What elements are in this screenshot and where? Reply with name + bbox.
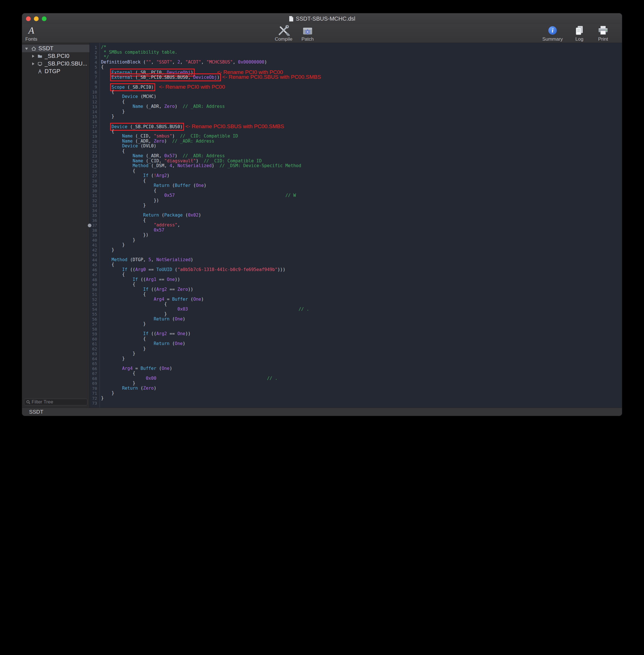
filter-field[interactable] [24, 399, 88, 405]
code-line[interactable]: 61 Return (One) [90, 341, 622, 346]
code-line[interactable]: 56 Return (One) [90, 317, 622, 322]
code-token: ) [169, 366, 172, 371]
code-token: { [101, 178, 146, 183]
code-token: Buffer [172, 297, 188, 302]
fonts-button[interactable]: A Fonts [23, 25, 40, 42]
code-line[interactable]: 34 [90, 208, 622, 213]
code-line[interactable]: 54 0x03 // . [90, 307, 622, 312]
code-line[interactable]: 37 "address", [90, 223, 622, 228]
code-line[interactable]: 68 0x00 // . [90, 376, 622, 381]
code-token: Arg2 [156, 331, 167, 336]
code-line[interactable]: 38 0x57 [90, 228, 622, 233]
code-line[interactable]: 51 { [90, 292, 622, 297]
code-line[interactable]: 47 { [90, 272, 622, 277]
code-line[interactable]: 35 Return (Package (0x02) [90, 213, 622, 218]
code-line[interactable]: 23 Name (_ADR, 0x57) // _ADR: Address [90, 154, 622, 159]
code-line[interactable]: 6 External (_SB_.PCI0, DeviceObj) <- Ren… [90, 70, 622, 75]
code-line[interactable]: 14 } [90, 109, 622, 114]
code-line[interactable]: 69 } [90, 381, 622, 386]
code-line[interactable]: 19 Name (_CID, "smbus") // _CID: Compati… [90, 134, 622, 139]
code-line[interactable]: 66 Arg4 = Buffer (One) [90, 366, 622, 371]
code-line[interactable]: 21 Device (DVL0) [90, 144, 622, 149]
log-button[interactable]: Log [567, 25, 592, 42]
code-line[interactable]: 45 { [90, 262, 622, 267]
code-line[interactable]: 31 0x57 // W [90, 193, 622, 198]
code-line[interactable]: 59 If ((Arg2 == One)) [90, 332, 622, 337]
code-line[interactable]: 15 } [90, 114, 622, 119]
code-line[interactable]: 36 { [90, 218, 622, 223]
code-line[interactable]: 9 Scope (_SB.PCI0) <- Rename PCI0 with P… [90, 85, 622, 90]
sidebar-item-sb-pci0-sbu[interactable]: _SB.PCI0.SBU... [22, 60, 89, 67]
code-line[interactable]: 29 Return (Buffer (One) [90, 183, 622, 188]
filter-tree-input[interactable] [31, 399, 85, 405]
code-line[interactable]: 63 } [90, 351, 622, 356]
code-line[interactable]: 60 { [90, 337, 622, 342]
line-number: 34 [90, 208, 97, 213]
line-number: 47 [90, 272, 97, 277]
code-line[interactable]: 5{ [90, 65, 622, 70]
code-line[interactable]: 7 External (_SB_.PCI0.SBUS.BUS0, DeviceO… [90, 74, 622, 80]
line-number: 30 [90, 188, 97, 194]
code-line[interactable]: 10 { [90, 90, 622, 95]
code-line[interactable]: 20 Name (_ADR, Zero) // _ADR: Address [90, 139, 622, 144]
code-token: One [167, 277, 175, 282]
sidebar-item-sb-pci0[interactable]: _SB.PCI0 [22, 52, 89, 60]
code-line[interactable]: 58 [90, 326, 622, 332]
patch-button[interactable]: Patch [295, 25, 320, 42]
code-line[interactable]: 48 If ((Arg1 == One)) [90, 277, 622, 282]
code-line[interactable]: 13 Name (_ADR, Zero) // _ADR: Address [90, 104, 622, 109]
code-line[interactable]: 41 } [90, 243, 622, 248]
compile-button[interactable]: Compile [271, 25, 296, 42]
code-text: }) [101, 233, 148, 238]
code-line[interactable]: 49 { [90, 282, 622, 287]
code-line[interactable]: 27 If (!Arg2) [90, 173, 622, 178]
code-line[interactable]: 62 } [90, 346, 622, 352]
code-line[interactable]: 3 */ [90, 55, 622, 60]
code-line[interactable]: 67 { [90, 371, 622, 376]
disclosure-triangle[interactable] [25, 47, 29, 50]
code-line[interactable]: 42 } [90, 248, 622, 253]
code-line[interactable]: 30 { [90, 188, 622, 194]
code-token: // _DSM: Device-Specific Method [220, 163, 301, 168]
code-line[interactable]: 71 } [90, 391, 622, 396]
code-line[interactable]: 39 }) [90, 233, 622, 238]
code-line[interactable]: 11 Device (MCHC) [90, 94, 622, 99]
sidebar-item-dtgp[interactable]: DTGP [22, 67, 89, 75]
code-line[interactable]: 32 }) [90, 198, 622, 203]
code-line[interactable]: 17 Device (_SB.PCI0.SBUS.BUS0) <- Rename… [90, 124, 622, 129]
code-token [101, 70, 112, 75]
code-line[interactable]: 18 { [90, 129, 622, 134]
code-line[interactable]: 72} [90, 396, 622, 401]
code-line[interactable]: 55 } [90, 312, 622, 317]
code-line[interactable]: 53 { [90, 302, 622, 307]
code-line[interactable]: 2 * SMBus compatibility table. [90, 50, 622, 55]
code-line[interactable]: 70 Return (Zero) [90, 386, 622, 391]
code-line[interactable]: 26 { [90, 168, 622, 174]
code-line[interactable]: 46 If ((Arg0 == ToUUID ("a0b5b7c6-1318-4… [90, 267, 622, 272]
code-line[interactable]: 44 Method (DTGP, 5, NotSerialized) [90, 257, 622, 263]
code-line[interactable]: 12 { [90, 99, 622, 105]
code-line[interactable]: 43 [90, 252, 622, 257]
code-line[interactable]: 65 [90, 361, 622, 366]
code-line[interactable]: 4DefinitionBlock ("", "SSDT", 2, "ACDT",… [90, 60, 622, 65]
summary-button[interactable]: i Summary [540, 25, 565, 42]
code-line[interactable]: 40 } [90, 238, 622, 243]
code-line[interactable]: 24 Name (_CID, "diagsvault") // _CID: Co… [90, 159, 622, 164]
code-line[interactable]: 73 [90, 401, 622, 406]
code-line[interactable]: 57 } [90, 321, 622, 326]
code-line[interactable]: 64 } [90, 356, 622, 361]
code-line[interactable]: 50 If ((Arg2 == Zero)) [90, 287, 622, 292]
titlebar[interactable]: SSDT-SBUS-MCHC.dsl [22, 13, 622, 24]
code-line[interactable]: 52 Arg4 = Buffer (One) [90, 297, 622, 302]
print-button[interactable]: Print [590, 25, 616, 42]
sidebar-item-ssdt[interactable]: SSDT [22, 45, 89, 52]
code-line[interactable]: 28 { [90, 178, 622, 183]
disclosure-triangle[interactable] [31, 62, 35, 66]
code-line[interactable]: 22 { [90, 149, 622, 154]
code-line[interactable]: 33 } [90, 203, 622, 208]
code-line[interactable]: 25 Method (_DSM, 4, NotSerialized) // _D… [90, 163, 622, 168]
disclosure-triangle[interactable] [31, 54, 35, 58]
editor[interactable]: 1/*2 * SMBus compatibility table.3 */4De… [90, 43, 622, 408]
code-line[interactable]: 1/* [90, 45, 622, 50]
code-line[interactable]: 16 [90, 119, 622, 124]
